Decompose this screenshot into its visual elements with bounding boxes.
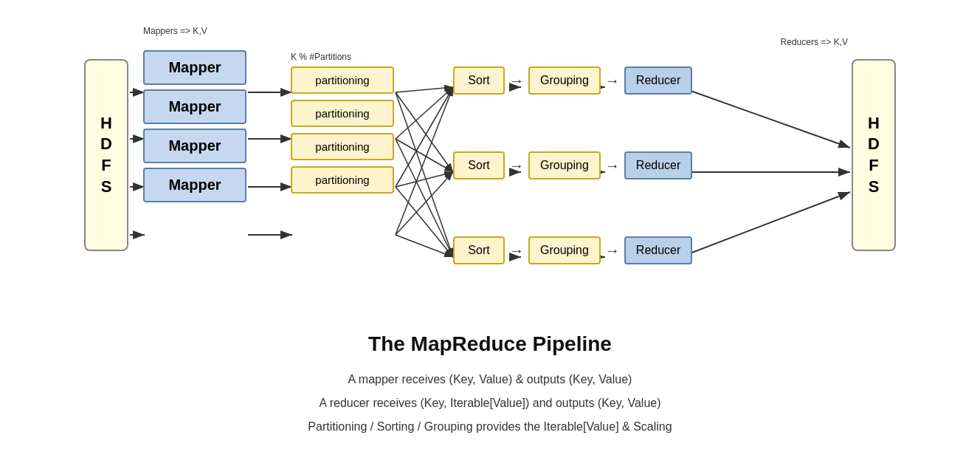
reducer-box-3: Reducer: [624, 236, 692, 264]
svg-line-29: [680, 192, 850, 257]
sort-box-3: Sort: [453, 236, 505, 264]
desc-line-2: A reducer receives (Key, Iterable[Value]…: [308, 391, 672, 415]
svg-line-20: [396, 235, 453, 257]
sort-box-2: Sort: [453, 151, 505, 179]
svg-line-9: [396, 87, 453, 92]
grouping-box-1: Grouping: [528, 66, 601, 95]
reducers-label: Reducers => K,V: [781, 37, 848, 47]
svg-line-17: [396, 92, 453, 257]
svg-line-13: [396, 92, 453, 172]
svg-line-23: [680, 87, 850, 148]
sgr-row-1: Sort → Grouping → Reducer: [453, 66, 692, 95]
desc-line-3: Partitioning / Sorting / Grouping provid…: [308, 415, 672, 439]
mapper-box-2: Mapper: [143, 89, 246, 124]
arrow-6: →: [605, 242, 620, 259]
reducer-box-1: Reducer: [624, 66, 692, 95]
svg-line-12: [396, 87, 453, 235]
hdfs-right: HDFS: [852, 59, 896, 251]
mappers-label: Mappers => K,V: [143, 26, 207, 36]
arrow-1: →: [509, 72, 524, 89]
diagram-area: HDFS Mappers => K,V Mapper Mapper Mapper…: [84, 15, 896, 310]
pipeline-title: The MapReduce Pipeline: [308, 332, 672, 356]
sgr-row-2: Sort → Grouping → Reducer: [453, 151, 692, 179]
svg-line-19: [396, 187, 453, 257]
svg-line-10: [396, 87, 453, 139]
mapper-box-3: Mapper: [143, 129, 246, 163]
reducer-box-2: Reducer: [624, 151, 692, 179]
partition-box-4: partitioning: [291, 166, 394, 194]
hdfs-left: HDFS: [84, 59, 128, 251]
partition-group: K % #Partitions partitioning partitionin…: [291, 52, 394, 199]
svg-line-14: [396, 139, 453, 172]
svg-line-16: [396, 172, 453, 235]
desc-line-1: A mapper receives (Key, Value) & outputs…: [308, 368, 672, 391]
partition-box-3: partitioning: [291, 133, 394, 160]
svg-line-18: [396, 139, 453, 257]
sgr-row-3: Sort → Grouping → Reducer: [453, 236, 692, 264]
partition-label: K % #Partitions: [291, 52, 394, 62]
arrow-3: →: [509, 157, 524, 174]
arrow-5: →: [509, 242, 524, 259]
svg-line-11: [396, 87, 453, 187]
sort-box-1: Sort: [453, 66, 505, 95]
partition-box-2: partitioning: [291, 100, 394, 127]
mapper-group: Mapper Mapper Mapper Mapper: [143, 37, 246, 207]
mapper-box-4: Mapper: [143, 168, 246, 202]
arrow-2: →: [605, 72, 620, 89]
svg-line-15: [396, 172, 453, 187]
arrow-4: →: [605, 157, 620, 174]
mapper-box-1: Mapper: [143, 50, 246, 85]
grouping-box-2: Grouping: [528, 151, 601, 179]
grouping-box-3: Grouping: [528, 236, 601, 264]
title-section: The MapReduce Pipeline A mapper receives…: [308, 332, 672, 439]
partition-box-1: partitioning: [291, 66, 394, 94]
pipeline-description: A mapper receives (Key, Value) & outputs…: [308, 368, 672, 439]
